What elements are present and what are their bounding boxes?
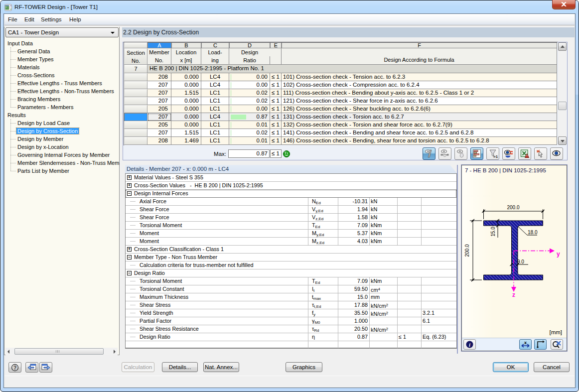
svg-text:200.0: 200.0 [464, 244, 470, 257]
svg-text:9.0: 9.0 [517, 259, 524, 264]
svg-text:x: x [524, 340, 527, 345]
svg-text:200.0: 200.0 [507, 205, 519, 210]
svg-text:z: z [512, 291, 515, 298]
svg-text:y: y [557, 251, 560, 258]
svg-text:18.0: 18.0 [528, 230, 538, 235]
svg-text:?: ? [13, 365, 17, 371]
svg-text:>1: >1 [493, 154, 498, 159]
svg-text:15.0: 15.0 [490, 227, 496, 237]
